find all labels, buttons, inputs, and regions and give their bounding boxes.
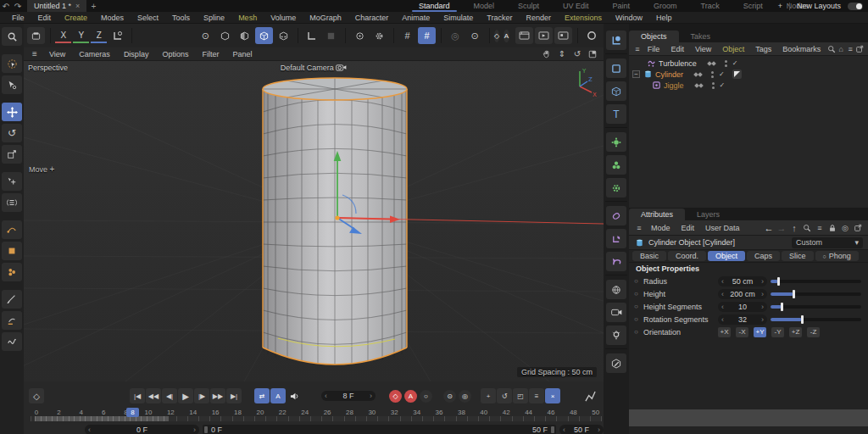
record-parameter-toggle[interactable]: ≡ <box>529 388 544 403</box>
layout-tab-model[interactable]: Model <box>462 0 507 12</box>
workplane-lock-icon[interactable] <box>322 27 340 44</box>
menu-select[interactable]: Select <box>131 14 165 22</box>
tab-layers[interactable]: Layers <box>685 209 732 220</box>
multi-axis-tool-icon[interactable] <box>2 193 22 212</box>
material-icon[interactable] <box>582 27 600 44</box>
fcurve-editor-icon[interactable] <box>582 388 598 403</box>
am-menu-mode[interactable]: Mode <box>646 224 676 232</box>
scale-tool-icon[interactable] <box>2 145 22 164</box>
snap-grid-icon[interactable]: # <box>418 27 436 44</box>
snap-toggle-icon[interactable]: ◇ <box>494 30 499 42</box>
orientation-minus-z[interactable]: -Z <box>807 327 820 337</box>
lock-z-axis-button[interactable]: Z <box>91 28 107 43</box>
om-menu-edit[interactable]: Edit <box>665 45 689 53</box>
tab-caps[interactable]: Caps <box>747 251 780 261</box>
camera-create-icon[interactable] <box>606 303 626 322</box>
tab-objects[interactable]: Objects <box>629 31 679 42</box>
layer-icon[interactable] <box>708 62 715 65</box>
goto-end-button[interactable]: ▶| <box>226 388 242 403</box>
menu-help[interactable]: Help <box>649 14 679 22</box>
menu-tools[interactable]: Tools <box>165 14 197 22</box>
height-segments-stepper[interactable]: ‹10› <box>718 302 767 312</box>
menu-render[interactable]: Render <box>519 14 558 22</box>
search-icon[interactable] <box>2 27 22 46</box>
panel-scroll-band[interactable] <box>629 409 868 426</box>
search-icon[interactable] <box>827 44 836 54</box>
sculpt-wave-icon[interactable] <box>2 332 22 351</box>
axis-center-icon[interactable]: ⊙ <box>466 27 484 44</box>
tab-slice[interactable]: Slice <box>782 251 814 261</box>
object-name[interactable]: Jiggle <box>664 81 684 90</box>
home-icon[interactable]: ⌂ <box>837 44 845 54</box>
rotate-tool-icon[interactable]: ↺ <box>2 124 22 142</box>
radius-value[interactable]: 50 cm <box>732 277 754 286</box>
cylinder-object[interactable] <box>263 78 407 364</box>
vp-menu-options[interactable]: Options <box>156 50 194 58</box>
visibility-dots-icon[interactable] <box>725 60 727 67</box>
coordinate-manager-icon[interactable] <box>606 31 626 50</box>
height-slider[interactable] <box>771 292 861 296</box>
orientation-plus-z[interactable]: +Z <box>789 327 802 337</box>
spline-rectangle-icon[interactable] <box>2 242 22 260</box>
light-icon[interactable] <box>606 326 626 345</box>
brush-tool-icon[interactable] <box>2 290 22 309</box>
play-button[interactable]: ▶ <box>178 388 193 403</box>
speaker-icon[interactable] <box>287 388 302 403</box>
layout-tab-track[interactable]: Track <box>689 0 732 12</box>
menu-window[interactable]: Window <box>609 14 649 22</box>
vp-menu-panel[interactable]: Panel <box>226 50 258 58</box>
export-icon[interactable] <box>855 44 864 54</box>
tab-basic[interactable]: Basic <box>632 251 666 261</box>
vp-menu-filter[interactable]: Filter <box>196 50 225 58</box>
ruler-ticks[interactable] <box>31 416 602 421</box>
field-icon[interactable] <box>606 206 626 225</box>
object-name[interactable]: Turbulence <box>659 59 697 68</box>
record-pla-toggle[interactable]: × <box>545 388 560 403</box>
render-region-icon[interactable] <box>535 27 553 44</box>
timeline-ruler[interactable]: 0246810121416182022242628303234363840424… <box>31 409 602 421</box>
new-layouts-label[interactable]: New Layouts <box>797 2 841 10</box>
menu-volume[interactable]: Volume <box>264 14 303 22</box>
enabled-check-icon[interactable]: ✓ <box>732 59 738 67</box>
keyframe-circle-icon[interactable]: ○ <box>632 328 640 336</box>
tab-attributes[interactable]: Attributes <box>629 209 685 220</box>
lock-icon[interactable] <box>826 223 838 233</box>
gear-icon[interactable] <box>370 27 388 44</box>
previous-frame-button[interactable]: ◀| <box>162 388 177 403</box>
deformer-axis-icon[interactable] <box>606 229 626 248</box>
dolly-icon[interactable]: ⇕ <box>555 48 569 59</box>
keyframe-circle-icon[interactable]: ○ <box>632 303 640 310</box>
undo-icon[interactable]: ↶ <box>0 0 12 12</box>
om-menu-bookmarks[interactable]: Bookmarks <box>777 45 826 53</box>
camera-label-wrap[interactable]: Default Camera <box>24 64 604 72</box>
coordinate-system-icon[interactable] <box>108 27 126 44</box>
layer-icon[interactable] <box>694 73 702 76</box>
om-menu-view[interactable]: View <box>690 45 716 53</box>
redo-icon[interactable]: ↷ <box>12 0 24 12</box>
loop-mode-button[interactable]: ⇄ <box>254 388 270 403</box>
am-menu-userdata[interactable]: User Data <box>700 224 745 232</box>
object-mode-icon[interactable] <box>255 27 273 44</box>
subdivision-surface-icon[interactable] <box>606 132 626 152</box>
model-mode-icon[interactable] <box>216 27 234 44</box>
back-icon[interactable]: ← <box>763 223 775 233</box>
radius-slider[interactable] <box>771 280 861 283</box>
bend-deformer-icon[interactable] <box>606 252 626 271</box>
menu-animate[interactable]: Animate <box>395 14 437 22</box>
target-icon[interactable]: ◎ <box>839 223 851 233</box>
layout-toggle[interactable] <box>848 3 863 10</box>
menu-file[interactable]: File <box>5 14 31 22</box>
preset-dropdown[interactable]: Custom ▾ <box>792 237 863 248</box>
texture-mode-icon[interactable] <box>236 27 253 44</box>
orientation-minus-x[interactable]: -X <box>736 327 748 337</box>
range-end-handle[interactable] <box>551 426 554 433</box>
stepper-right-icon[interactable]: › <box>761 303 764 311</box>
lock-y-axis-button[interactable]: Y <box>73 28 89 43</box>
sky-environment-icon[interactable] <box>606 280 626 299</box>
radius-stepper[interactable]: ‹50 cm› <box>718 276 767 287</box>
grid-icon[interactable]: # <box>398 27 416 44</box>
stepper-right-icon[interactable]: › <box>761 277 764 286</box>
height-value[interactable]: 200 cm <box>730 290 755 298</box>
maximize-view-icon[interactable] <box>586 48 599 59</box>
filter-icon[interactable]: ≡ <box>846 44 854 54</box>
